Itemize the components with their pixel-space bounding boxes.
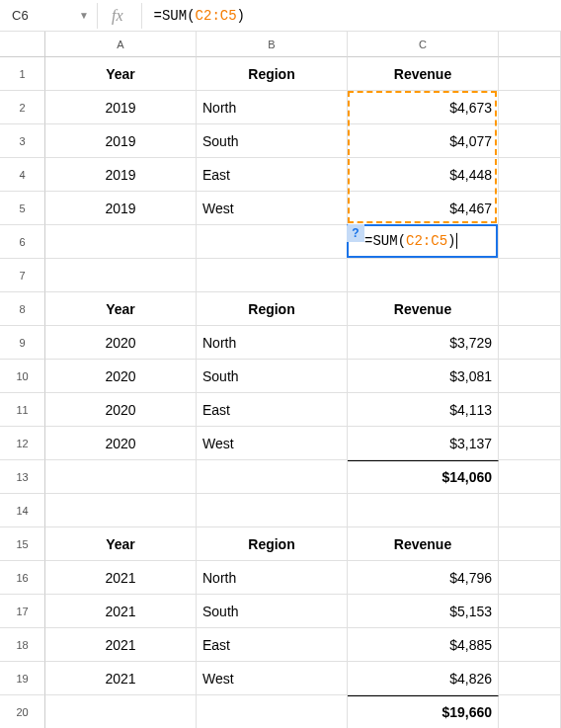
cell[interactable]: Revenue (348, 292, 499, 326)
cell[interactable]: $3,137 (348, 427, 499, 460)
row-header[interactable]: 9 (0, 326, 45, 360)
select-all-corner[interactable] (0, 32, 45, 57)
cell[interactable]: Revenue (348, 527, 499, 561)
cell[interactable]: 2021 (45, 595, 197, 628)
name-box-dropdown-icon[interactable]: ▼ (79, 10, 89, 21)
cell[interactable] (348, 225, 499, 259)
cell[interactable]: North (197, 326, 348, 360)
cell[interactable]: South (197, 124, 348, 158)
cell[interactable]: South (197, 360, 348, 393)
cell[interactable]: East (197, 628, 348, 662)
row-header[interactable]: 12 (0, 427, 45, 460)
column-header[interactable] (499, 32, 561, 57)
cell[interactable] (499, 460, 561, 494)
column-header[interactable]: C (348, 32, 499, 57)
cell[interactable] (197, 695, 348, 728)
cell[interactable]: East (197, 158, 348, 192)
cell[interactable] (45, 494, 197, 527)
cell[interactable] (499, 124, 561, 158)
cell[interactable] (45, 259, 197, 292)
cell[interactable]: Region (197, 292, 348, 326)
cell[interactable]: 2019 (45, 158, 197, 192)
cell[interactable]: Year (45, 527, 197, 561)
cell[interactable] (45, 460, 197, 494)
cell[interactable]: West (197, 662, 348, 695)
cell[interactable]: $3,081 (348, 360, 499, 393)
cell[interactable]: Year (45, 292, 197, 326)
cell[interactable]: 2021 (45, 628, 197, 662)
row-header[interactable]: 14 (0, 494, 45, 527)
cell[interactable]: $4,796 (348, 561, 499, 595)
row-header[interactable]: 18 (0, 628, 45, 662)
cell[interactable]: 2020 (45, 360, 197, 393)
row-header[interactable]: 16 (0, 561, 45, 595)
cell[interactable]: North (197, 91, 348, 124)
cell[interactable]: South (197, 595, 348, 628)
cell[interactable]: $14,060 (348, 460, 499, 494)
cell[interactable] (499, 561, 561, 595)
cell[interactable] (499, 259, 561, 292)
cell[interactable] (499, 192, 561, 225)
cell[interactable] (499, 393, 561, 427)
cell[interactable]: 2020 (45, 326, 197, 360)
cell[interactable]: Region (197, 57, 348, 91)
cell[interactable]: West (197, 427, 348, 460)
row-header[interactable]: 7 (0, 259, 45, 292)
cell[interactable] (45, 225, 197, 259)
cell[interactable] (499, 595, 561, 628)
cell[interactable]: 2019 (45, 192, 197, 225)
row-header[interactable]: 19 (0, 662, 45, 695)
cell[interactable] (197, 259, 348, 292)
row-header[interactable]: 13 (0, 460, 45, 494)
cell[interactable]: $4,885 (348, 628, 499, 662)
cell[interactable] (499, 158, 561, 192)
cell[interactable]: Region (197, 527, 348, 561)
cell[interactable]: 2019 (45, 91, 197, 124)
column-header[interactable]: B (197, 32, 348, 57)
row-header[interactable]: 3 (0, 124, 45, 158)
cell[interactable] (499, 326, 561, 360)
cell[interactable] (499, 662, 561, 695)
cell[interactable] (499, 628, 561, 662)
cell[interactable]: $4,448 (348, 158, 499, 192)
cell[interactable]: North (197, 561, 348, 595)
cell[interactable]: East (197, 393, 348, 427)
cell[interactable]: $4,113 (348, 393, 499, 427)
cell[interactable]: 2020 (45, 427, 197, 460)
column-header[interactable]: A (45, 32, 197, 57)
row-header[interactable]: 15 (0, 527, 45, 561)
row-header[interactable]: 4 (0, 158, 45, 192)
cell[interactable] (348, 494, 499, 527)
cell[interactable]: 2019 (45, 124, 197, 158)
cell[interactable]: $4,673 (348, 91, 499, 124)
cell[interactable] (499, 494, 561, 527)
row-header[interactable]: 2 (0, 91, 45, 124)
cell[interactable]: $3,729 (348, 326, 499, 360)
cell[interactable] (499, 360, 561, 393)
cell[interactable]: Revenue (348, 57, 499, 91)
cell[interactable]: 2021 (45, 662, 197, 695)
cell[interactable]: $4,467 (348, 192, 499, 225)
cell[interactable] (499, 57, 561, 91)
cell[interactable] (45, 695, 197, 728)
row-header[interactable]: 17 (0, 595, 45, 628)
cell[interactable]: $5,153 (348, 595, 499, 628)
row-header[interactable]: 8 (0, 292, 45, 326)
cell[interactable] (197, 460, 348, 494)
cell[interactable]: Year (45, 57, 197, 91)
row-header[interactable]: 11 (0, 393, 45, 427)
cell[interactable] (197, 225, 348, 259)
name-box[interactable]: C6 ▼ (4, 3, 98, 29)
row-header[interactable]: 20 (0, 695, 45, 728)
row-header[interactable]: 10 (0, 360, 45, 393)
cell[interactable] (499, 225, 561, 259)
formula-input[interactable]: =SUM(C2:C5) (142, 3, 557, 29)
row-header[interactable]: 5 (0, 192, 45, 225)
cell[interactable]: $19,660 (348, 695, 499, 728)
cell[interactable] (499, 695, 561, 728)
cell[interactable]: $4,077 (348, 124, 499, 158)
cell[interactable] (348, 259, 499, 292)
cell[interactable] (499, 527, 561, 561)
cell[interactable]: West (197, 192, 348, 225)
cell[interactable]: 2021 (45, 561, 197, 595)
